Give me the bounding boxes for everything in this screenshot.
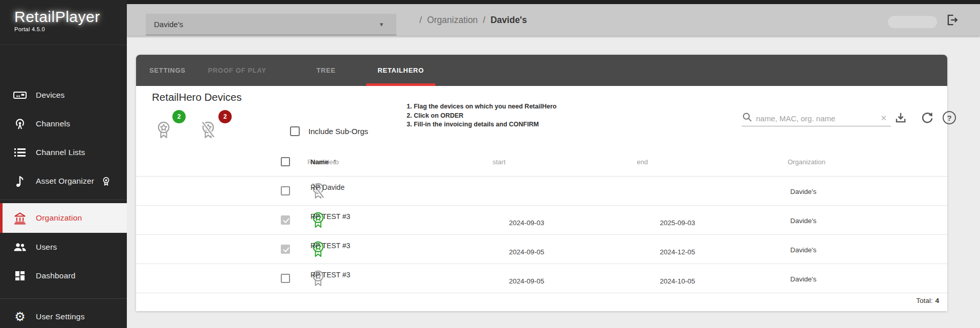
list-icon [12,145,28,160]
table-row: RP TEST #3 2024-09-05 2024-10-05 Davide'… [136,264,947,293]
device-name: RP TEST #3 [310,212,350,221]
device-name: RP Davide [310,183,345,191]
table-row: RP TEST #3 2024-09-03 2025-09-03 Davide'… [136,206,947,235]
gear-icon: ⚙ [12,309,28,324]
start-date: 2024-09-05 [509,277,544,285]
instruction-line: 3. Fill-in the invoicing details and CON… [407,120,556,129]
music-note-icon [12,173,28,189]
channels-icon [12,116,28,132]
organization-name: Davide's [790,275,816,283]
sidebar-footer: ⚙ User Settings [0,298,127,328]
retailhero-active-medal-icon [155,121,172,141]
table-row: RP TEST #3 2024-09-05 2024-12-05 Davide'… [136,235,947,264]
sidebar-item-label: Channels [36,119,70,128]
retailhero-panel-body: RetailHero Devices 2 2 Include Sub-Orgs … [136,86,947,311]
app-version: Portal 4.5.0 [14,26,127,32]
sidebar-item-users[interactable]: Users [0,233,127,261]
nav-divider [0,200,127,200]
sidebar-item-devices[interactable]: Devices [0,81,127,110]
sidebar: RetailPlayer Portal 4.5.0 Devices Channe… [0,0,127,328]
sidebar-item-label: User Settings [36,312,85,321]
clear-search-icon[interactable]: ✕ [876,114,891,123]
column-organization: Organization [788,158,826,166]
sidebar-item-label: Organization [36,213,82,223]
tab-proof-of-play[interactable]: PROOF OF PLAY [197,55,278,86]
column-end: end [637,158,648,166]
table-header-row: RetailHero Name ↑ start end Organization [136,147,947,177]
breadcrumb-current: Davide's [491,15,527,26]
tab-retailhero[interactable]: RETAILHERO [366,55,435,86]
caret-down-icon: ▾ [380,20,383,28]
loading-pill [888,16,937,28]
panel-title: RetailHero Devices [152,91,241,103]
instruction-line: 1. Flag the devices on which you need Re… [407,102,556,112]
logout-icon[interactable] [945,13,960,27]
instruction-line: 2. Click on ORDER [407,112,556,121]
active-count-badge: 2 [172,110,186,123]
download-icon[interactable] [894,111,908,125]
organization-select-value: Davide's [154,20,183,29]
start-date: 2024-09-05 [509,248,544,256]
inactive-count-badge: 2 [218,110,232,123]
row-checkbox-checked-disabled[interactable] [281,245,290,254]
organization-panel: SETTINGS PROOF OF PLAY TREE RETAILHERO R… [136,55,947,311]
organization-name: Davide's [790,246,816,254]
total-value: 4 [935,297,939,304]
column-start: start [493,158,505,166]
app-logo: RetailPlayer [14,8,127,26]
sidebar-item-channels[interactable]: Channels [0,110,127,138]
sidebar-item-label: Users [36,243,57,252]
device-name: RP TEST #3 [310,242,350,250]
search-icon [742,112,753,125]
sidebar-item-label: Dashboard [36,271,76,280]
breadcrumb-separator: / [483,15,485,26]
include-suborgs-row: Include Sub-Orgs [290,126,368,136]
sidebar-item-dashboard[interactable]: Dashboard [0,261,127,290]
search-field: ✕ [742,111,891,126]
start-date: 2024-09-03 [509,219,544,227]
device-name: RP TEST #3 [310,271,350,279]
search-input[interactable] [753,114,876,123]
medal-icon-small [98,173,114,189]
include-suborgs-checkbox[interactable] [290,126,300,136]
row-checkbox[interactable] [281,186,290,195]
users-icon [12,239,28,255]
logo-block: RetailPlayer Portal 4.5.0 [0,0,127,45]
organization-name: Davide's [790,217,816,225]
refresh-icon[interactable] [921,111,935,125]
end-date: 2025-09-03 [660,219,695,227]
include-suborgs-label: Include Sub-Orgs [308,127,368,136]
select-all-checkbox[interactable] [281,157,290,166]
sort-ascending-icon: ↑ [332,157,337,166]
table-row: RP Davide Davide's [136,177,947,206]
tab-tree[interactable]: TREE [305,55,347,86]
sidebar-item-organization[interactable]: Organization [0,203,127,233]
end-date: 2024-10-05 [660,277,695,285]
breadcrumb-organization[interactable]: Organization [427,15,478,26]
table-total: Total:4 [916,297,939,304]
end-date: 2024-12-05 [660,248,695,256]
dashboard-icon [12,268,28,283]
devices-icon [12,88,28,103]
row-checkbox[interactable] [281,274,290,283]
sidebar-item-asset-organizer[interactable]: Asset Organizer [0,167,127,195]
row-checkbox-checked-disabled[interactable] [281,215,290,225]
breadcrumb-separator: / [419,15,422,26]
sidebar-item-label: Channel Lists [36,148,85,157]
column-name-sort[interactable]: Name ↑ [310,157,337,166]
sidebar-item-channel-lists[interactable]: Channel Lists [0,138,127,167]
breadcrumb: / Organization / Davide's [419,4,527,36]
sidebar-item-user-settings[interactable]: ⚙ User Settings [0,302,127,328]
header-bar: Davide's ▾ / Organization / Davide's [127,4,980,36]
organization-name: Davide's [790,188,816,195]
sidebar-item-label: Asset Organizer [36,177,94,186]
sidebar-item-label: Devices [36,91,65,100]
instructions: 1. Flag the devices on which you need Re… [407,102,556,129]
organization-icon [12,210,28,226]
organization-select[interactable]: Davide's ▾ [146,14,396,35]
tab-settings[interactable]: SETTINGS [138,55,197,86]
sidebar-nav: Devices Channels Channel Lists Asset Org… [0,81,127,290]
app-window: RetailPlayer Portal 4.5.0 Devices Channe… [0,0,980,328]
tab-bar: SETTINGS PROOF OF PLAY TREE RETAILHERO [136,55,947,86]
help-icon[interactable]: ? [943,111,956,124]
